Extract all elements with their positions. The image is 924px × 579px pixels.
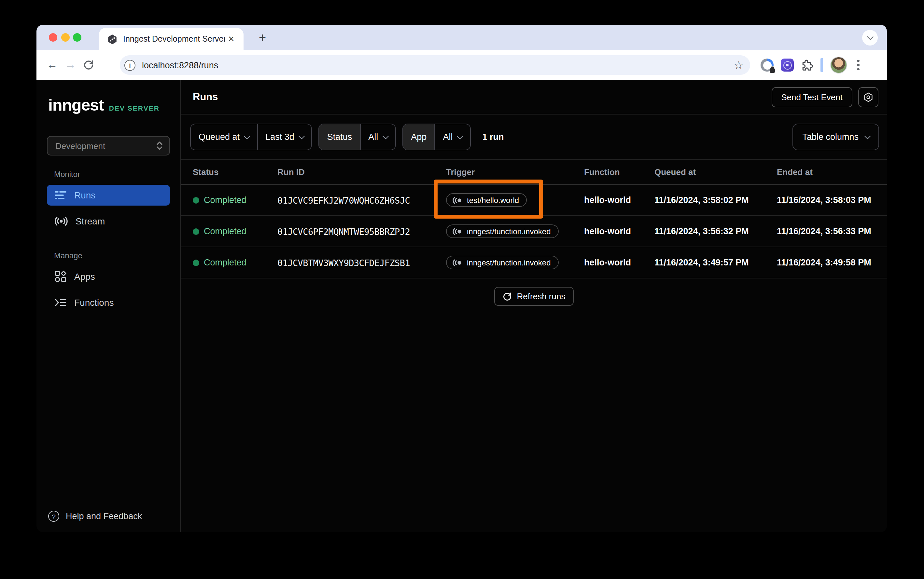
sidebar-item-label: Runs (74, 190, 95, 200)
profile-avatar[interactable] (830, 57, 847, 74)
trigger-pill[interactable]: inngest/function.invoked (446, 224, 559, 238)
app-filter-label: App (403, 124, 434, 150)
time-range-value: Last 3d (265, 132, 294, 142)
column-header-queued-at: Queued at (655, 167, 777, 177)
time-range-dropdown[interactable]: Last 3d (257, 124, 312, 150)
browser-tab[interactable]: Inngest Development Server ✕ (99, 28, 243, 50)
dev-server-badge: DEV SERVER (109, 104, 159, 112)
gear-icon (863, 92, 874, 103)
time-field-value: Queued at (199, 132, 240, 142)
back-button[interactable]: ← (43, 56, 61, 74)
section-label-manage: Manage (54, 251, 170, 260)
filter-bar: Queued at Last 3d Status All App (181, 114, 887, 160)
desktop: Inngest Development Server ✕ + ← → i loc… (0, 0, 924, 579)
status-cell: Completed (193, 226, 277, 236)
column-header-ended-at: Ended at (777, 167, 875, 177)
status-filter-label: Status (319, 124, 360, 150)
chevron-up-down-icon (156, 141, 163, 150)
sidebar-item-label: Stream (75, 216, 105, 226)
table-row[interactable]: Completed 01JCVC9EFKJ2W70WQHC6ZH6SJC tes… (181, 185, 887, 216)
environment-select-value: Development (55, 141, 105, 150)
chevron-down-icon (299, 133, 304, 139)
run-count: 1 run (482, 132, 504, 142)
function-cell: hello-world (584, 258, 655, 267)
ended-at-cell: 11/16/2024, 3:58:03 PM (777, 195, 875, 205)
browser-toolbar: ← → i localhost:8288/runs ☆ (36, 50, 887, 80)
password-manager-extension-icon[interactable] (761, 59, 774, 72)
table-columns-button[interactable]: Table columns (793, 124, 879, 150)
logo-row: inngest DEV SERVER (47, 96, 170, 114)
sidebar-item-label: Functions (74, 297, 113, 308)
run-id-cell: 01JCVBTMV3WXY9D3CFDEJFZSB1 (277, 257, 446, 268)
environment-select[interactable]: Development (47, 136, 170, 155)
tab-group-divider (821, 58, 823, 72)
tab-close-icon[interactable]: ✕ (225, 33, 237, 45)
column-header-function: Function (584, 167, 655, 177)
sidebar-item-stream[interactable]: Stream (47, 211, 170, 232)
status-dot-icon (193, 228, 199, 234)
inngest-app: inngest DEV SERVER Development Monitor (36, 80, 887, 532)
app-filter[interactable]: App All (402, 124, 471, 150)
table-row[interactable]: Completed 01JCVC6PF2MQNMTWE95BBRZPJ2 inn… (181, 216, 887, 247)
run-id-cell: 01JCVC6PF2MQNMTWE95BBRZPJ2 (277, 226, 446, 237)
sidebar-item-label: Apps (74, 271, 95, 282)
help-and-feedback[interactable]: ? Help and Feedback (47, 511, 170, 522)
tab-search-button[interactable] (862, 30, 878, 46)
table-row[interactable]: Completed 01JCVBTMV3WXY9D3CFDEJFZSB1 inn… (181, 247, 887, 278)
help-icon: ? (48, 511, 59, 522)
help-label: Help and Feedback (66, 511, 142, 521)
runs-icon (55, 191, 66, 200)
browser-menu-button[interactable] (854, 57, 862, 73)
traffic-light-minimize-button[interactable] (61, 33, 69, 42)
app-filter-value[interactable]: All (434, 124, 470, 150)
inngest-logo: inngest (48, 96, 104, 114)
status-dot-icon (193, 197, 199, 203)
browser-tab-bar: Inngest Development Server ✕ + (36, 25, 887, 50)
queued-at-cell: 11/16/2024, 3:58:02 PM (655, 195, 777, 205)
chevron-down-icon (864, 133, 870, 139)
bookmark-star-icon[interactable]: ☆ (734, 58, 744, 72)
forward-button[interactable]: → (61, 56, 79, 74)
extensions-puzzle-icon[interactable] (801, 59, 813, 71)
purple-extension-icon[interactable] (781, 59, 794, 72)
traffic-light-close-button[interactable] (49, 33, 57, 42)
sidebar-item-functions[interactable]: Functions (47, 292, 170, 313)
settings-button[interactable] (858, 87, 878, 107)
site-info-icon[interactable]: i (125, 59, 135, 70)
refresh-runs-button[interactable]: Refresh runs (494, 287, 574, 306)
send-test-event-button[interactable]: Send Test Event (771, 87, 852, 107)
sidebar-item-runs[interactable]: Runs (47, 185, 170, 206)
inngest-favicon-icon (107, 33, 118, 44)
toolbar-extensions (761, 50, 862, 80)
run-id-cell: 01JCVC9EFKJ2W70WQHC6ZH6SJC (277, 195, 446, 205)
status-dot-icon (193, 259, 199, 266)
event-trigger-icon (453, 227, 462, 235)
sidebar: inngest DEV SERVER Development Monitor (36, 80, 181, 532)
trigger-pill[interactable]: test/hello.world (446, 193, 527, 207)
event-trigger-icon (453, 196, 462, 204)
sidebar-item-apps[interactable]: Apps (47, 266, 170, 287)
status-cell: Completed (193, 195, 277, 205)
chevron-down-icon (244, 133, 250, 139)
browser-window: Inngest Development Server ✕ + ← → i loc… (36, 25, 887, 532)
apps-icon (55, 271, 66, 282)
new-tab-button[interactable]: + (254, 29, 271, 46)
address-bar[interactable]: i localhost:8288/runs ☆ (120, 55, 750, 75)
traffic-light-zoom-button[interactable] (73, 33, 81, 42)
status-filter[interactable]: Status All (319, 124, 396, 150)
reload-icon (83, 60, 94, 70)
queued-at-cell: 11/16/2024, 3:49:57 PM (655, 258, 777, 267)
column-header-run-id: Run ID (277, 167, 446, 177)
time-filter: Queued at Last 3d (190, 124, 312, 150)
event-trigger-icon (453, 258, 462, 267)
reload-button[interactable] (79, 56, 98, 74)
chevron-down-icon (457, 133, 463, 139)
status-filter-value[interactable]: All (360, 124, 395, 150)
function-cell: hello-world (584, 195, 655, 205)
page-title: Runs (193, 91, 218, 103)
trigger-pill[interactable]: inngest/function.invoked (446, 256, 559, 269)
status-cell: Completed (193, 258, 277, 267)
main-panel: Runs Send Test Event Queued at (181, 80, 887, 532)
time-field-dropdown[interactable]: Queued at (191, 124, 257, 150)
chevron-down-icon (867, 33, 873, 40)
